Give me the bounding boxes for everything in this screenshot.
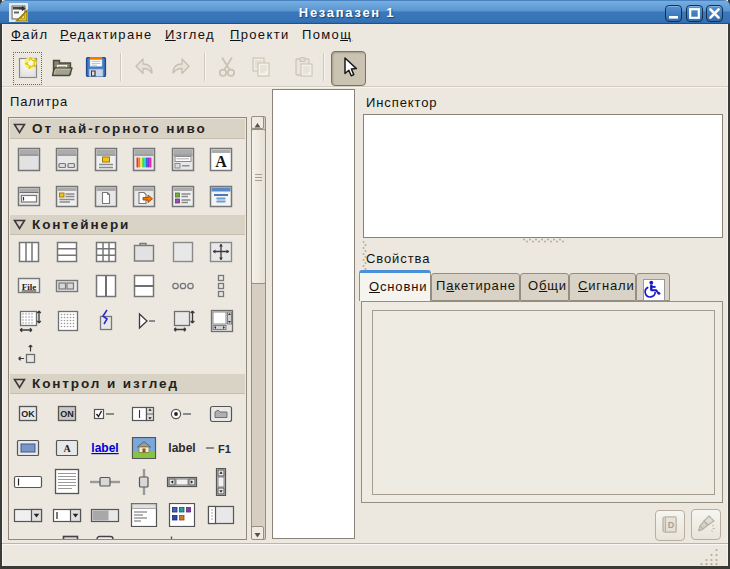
- svg-text:A: A: [215, 153, 227, 170]
- svg-text:ON: ON: [60, 409, 74, 419]
- svg-text:label: label: [91, 441, 118, 455]
- svg-text:F1: F1: [218, 443, 231, 455]
- svg-text:D: D: [668, 520, 675, 530]
- svg-text:OK: OK: [21, 409, 35, 419]
- svg-text:label: label: [168, 441, 195, 455]
- svg-text:A: A: [63, 443, 71, 454]
- svg-text:File: File: [22, 282, 37, 292]
